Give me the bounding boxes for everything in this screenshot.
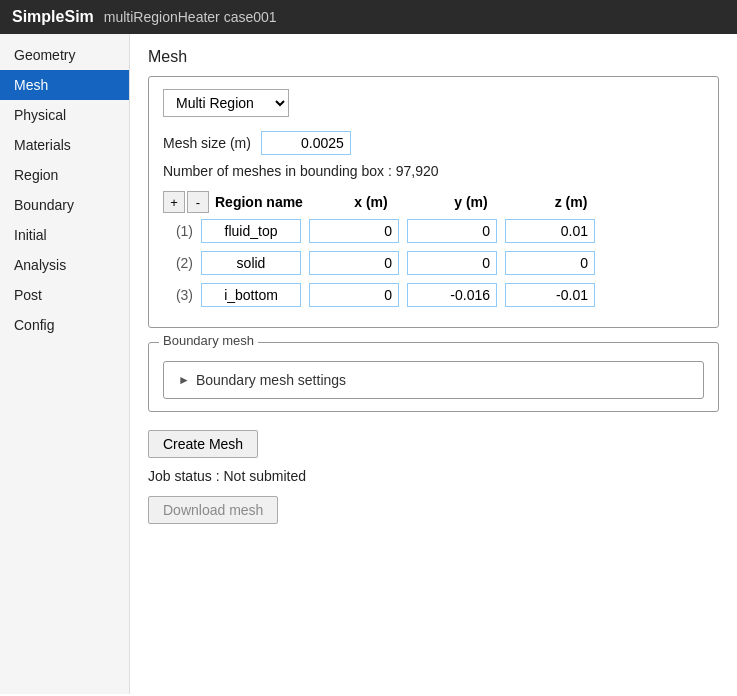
add-region-button[interactable]: + [163,191,185,213]
sidebar-item-region[interactable]: Region [0,160,129,190]
sidebar-item-materials[interactable]: Materials [0,130,129,160]
region-1-x[interactable] [309,219,399,243]
remove-region-button[interactable]: - [187,191,209,213]
region-type-select[interactable]: Multi Region Single Region [163,89,289,117]
col-z: z (m) [521,194,621,210]
col-x: x (m) [321,194,421,210]
boundary-settings-box: ► Boundary mesh settings [163,361,704,399]
region-row-3: (3) [163,283,704,307]
region-2-x[interactable] [309,251,399,275]
layout: Geometry Mesh Physical Materials Region … [0,34,737,694]
boundary-mesh-box: Boundary mesh ► Boundary mesh settings [148,342,719,412]
region-3-z[interactable] [505,283,595,307]
download-mesh-button[interactable]: Download mesh [148,496,278,524]
region-3-y[interactable] [407,283,497,307]
boundary-settings-label: ► Boundary mesh settings [178,372,689,388]
header: SimpleSim multiRegionHeater case001 [0,0,737,34]
region-row-1: (1) [163,219,704,243]
sidebar-item-geometry[interactable]: Geometry [0,40,129,70]
boundary-settings-text: Boundary mesh settings [196,372,346,388]
mesh-settings-box: Multi Region Single Region Mesh size (m)… [148,76,719,328]
job-status-text: Job status : Not submited [148,468,719,484]
sidebar: Geometry Mesh Physical Materials Region … [0,34,130,694]
sidebar-item-initial[interactable]: Initial [0,220,129,250]
region-row-2: (2) [163,251,704,275]
region-header-row: + - Region name x (m) y (m) z (m) [163,191,704,213]
create-mesh-button[interactable]: Create Mesh [148,430,258,458]
triangle-icon: ► [178,373,190,387]
app-name: SimpleSim [12,8,94,26]
region-3-num: (3) [163,287,193,303]
project-name: multiRegionHeater case001 [104,9,277,25]
region-3-name[interactable] [201,283,301,307]
mesh-count-text: Number of meshes in bounding box : 97,92… [163,163,704,179]
region-2-z[interactable] [505,251,595,275]
mesh-size-input[interactable] [261,131,351,155]
mesh-size-label: Mesh size (m) [163,135,251,151]
sidebar-item-analysis[interactable]: Analysis [0,250,129,280]
sidebar-item-boundary[interactable]: Boundary [0,190,129,220]
region-2-num: (2) [163,255,193,271]
region-3-x[interactable] [309,283,399,307]
col-region-name: Region name [211,194,321,210]
region-1-name[interactable] [201,219,301,243]
sidebar-item-physical[interactable]: Physical [0,100,129,130]
sidebar-item-post[interactable]: Post [0,280,129,310]
region-1-num: (1) [163,223,193,239]
sidebar-item-config[interactable]: Config [0,310,129,340]
region-2-y[interactable] [407,251,497,275]
page-title: Mesh [148,48,719,66]
col-y: y (m) [421,194,521,210]
region-1-z[interactable] [505,219,595,243]
sidebar-item-mesh[interactable]: Mesh [0,70,129,100]
boundary-mesh-legend: Boundary mesh [159,333,258,348]
region-1-y[interactable] [407,219,497,243]
region-2-name[interactable] [201,251,301,275]
main-content: Mesh Multi Region Single Region Mesh siz… [130,34,737,694]
mesh-size-row: Mesh size (m) [163,131,704,155]
